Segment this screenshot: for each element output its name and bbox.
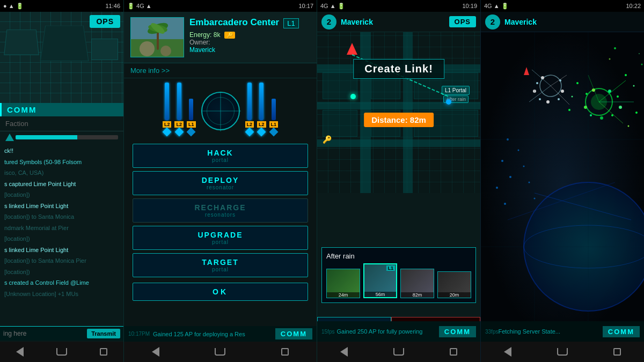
chat-entry: [location]) to Santa Monica Pier [4,256,119,265]
recents-icon[interactable] [100,348,107,356]
map-section-p3: L1 Portal After rain 🔑 Distance: 82m Cre… [317,32,480,193]
card-level-2: L1 [386,265,396,271]
status-icons-p1: ● ▲ 🔋 [3,3,24,10]
ok-button[interactable]: OK [133,283,308,301]
resonator-diamond [163,128,172,137]
portal-card-4[interactable]: 20m [437,271,471,298]
svg-point-59 [529,182,530,183]
comm-button-p4[interactable]: COMM [603,326,640,337]
portal-energy: Energy: 8k 🔑 [189,31,310,39]
chat-entry: ndmark Memorial at Pier [4,224,119,233]
svg-point-46 [546,100,550,104]
chat-entry: s captured Lime Point Light [4,180,119,189]
portal-card-1[interactable]: 24m [326,269,360,298]
resonator-col: L2 [257,83,266,135]
chat-entry: [location]) [4,234,119,243]
svg-point-57 [523,166,525,167]
card-dist-1: 24m [327,292,360,298]
resonator-diamond [245,128,254,137]
clock-p2: 10:17 [298,3,313,9]
action-buttons: HACKportal DEPLOYresonator RECHARGEreson… [124,144,317,301]
more-info-link[interactable]: More info >> [124,63,317,78]
resonator-level-label: L2 [163,121,172,128]
recents-icon-p4[interactable] [613,348,621,356]
back-icon[interactable] [16,347,24,357]
back-icon-p4[interactable] [504,347,511,357]
svg-point-34 [576,82,579,84]
svg-point-58 [509,176,511,178]
scanner-view [481,32,644,341]
key-icon: 🔑 [224,32,235,39]
target-button[interactable]: TARGETportal [133,253,308,277]
panel-create-link: 4G ▲ 🔋 10:19 2 Maverick OPS L1 Portal Af… [317,0,480,362]
portal-header: Embarcadero Center L1 Energy: 8k 🔑 Owner… [124,12,317,63]
portal-dot [446,99,451,105]
status-text-p4: Fetching Server State... [498,328,560,335]
ops-button-p1[interactable]: OPS [90,15,120,28]
resonator-section: L2 L2 L1 [124,78,317,144]
chat-entry: s linked Lime Point Light [4,202,119,211]
chat-text: [location]) [4,269,30,275]
chat-entry: s created a Control Field @Lime [4,278,119,287]
card-dist-2: 56m [364,292,396,297]
fps-text-p3: 15fps [321,329,334,335]
resonator-bar [272,99,276,120]
portal-info: Embarcadero Center L1 Energy: 8k 🔑 Owner… [189,17,310,54]
resonator-bar [189,99,193,120]
chat-text: s linked Lime Point Light [4,247,68,253]
home-icon-p3[interactable] [393,348,404,356]
ops-button-p3[interactable]: OPS [449,16,476,27]
upgrade-button[interactable]: UPGRADEportal [133,226,308,250]
deploy-button[interactable]: DEPLOYresonator [133,171,308,195]
transmit-button[interactable]: Transmit [87,329,120,338]
back-icon-p3[interactable] [340,347,348,357]
portal-title: Embarcadero Center [189,17,279,28]
comm-button-p2[interactable]: COMM [275,328,312,339]
recents-icon-p2[interactable] [281,348,289,356]
svg-point-48 [561,90,564,93]
create-link-banner: Create Link! [353,59,444,79]
resonator-bars-right: L2 L2 L1 [245,87,279,135]
player-name-p4: Maverick [504,18,537,26]
svg-point-30 [625,74,627,76]
home-icon-p2[interactable] [215,348,225,356]
comm-button-p3[interactable]: COMM [439,326,476,337]
svg-point-47 [558,98,560,100]
home-icon[interactable] [56,348,67,356]
portal-card-2[interactable]: L1 56m [363,263,397,298]
resonator-col: L2 [174,83,184,135]
right-resonators: L2 L2 L1 [245,87,279,135]
p2-timestamp: 10:17PM [128,331,150,337]
portal-owner: Owner: Maverick [189,39,310,54]
resonator-diamond [257,128,266,137]
chat-text: [location]) to Santa Monica [4,213,74,220]
svg-point-37 [641,64,643,65]
status-bar-p4: 4G ▲ 🔋 10:22 [481,0,644,12]
p4-status-bar: 33fps Fetching Server State... COMM [481,321,644,342]
portal-ring-center [199,92,242,130]
portal-card-3[interactable]: 82m [400,269,434,298]
portal-image [130,17,184,57]
svg-point-56 [501,160,503,162]
portal-cards-row: 24m L1 56m 82m 20m [326,263,471,298]
recents-icon-p3[interactable] [450,348,457,356]
scanner-svg [481,32,644,341]
resonator-bar-lit [165,83,169,120]
p3-status-bar: 15fps Gained 250 AP for fully powering C… [317,321,480,342]
level-badge-p4: 2 [485,14,500,29]
nav-bar-p2 [124,342,317,362]
svg-point-60 [496,187,498,189]
home-icon-p4[interactable] [557,348,568,356]
map-building [40,26,89,62]
resonator-diamond [187,128,196,137]
status-bar-p3: 4G ▲ 🔋 10:19 [317,0,480,12]
map-building [91,39,118,60]
recharge-button[interactable]: RECHARGEresonators [133,198,308,223]
hack-button[interactable]: HACKportal [133,144,308,168]
top-bar-p4: 2 Maverick [481,12,644,32]
faction-label: Faction [0,116,123,131]
chat-input[interactable] [3,330,87,337]
back-icon-p2[interactable] [152,347,159,357]
resonator-bar-lit [259,83,264,120]
svg-point-40 [609,58,611,60]
